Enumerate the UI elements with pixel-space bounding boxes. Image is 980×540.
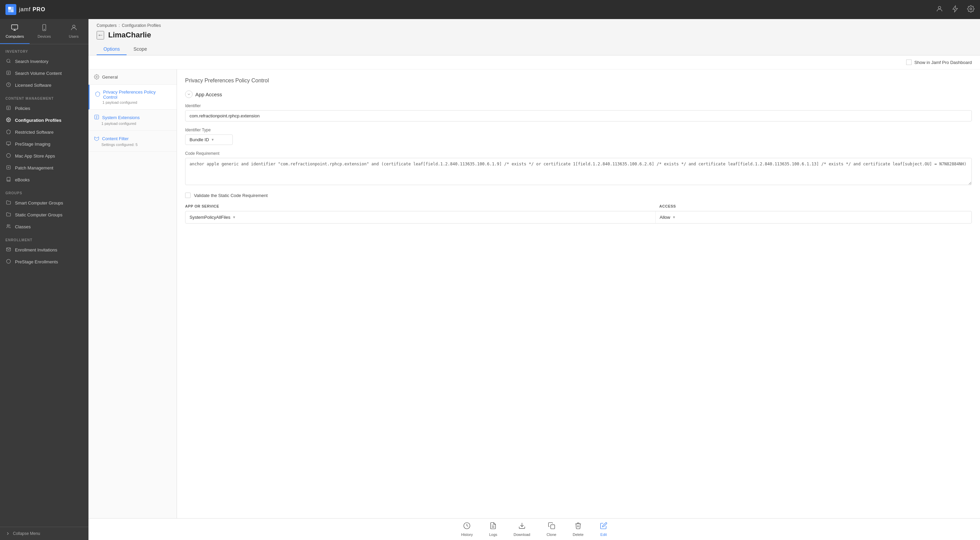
toolbar-logs[interactable]: Logs: [489, 522, 497, 537]
validate-checkbox[interactable]: [185, 193, 191, 198]
search-inventory-label: Search Inventory: [15, 59, 48, 64]
page-title: LimaCharlie: [108, 30, 151, 40]
subsection-header: App Access: [185, 91, 972, 98]
profile-content: Privacy Preferences Policy Control App A…: [177, 69, 980, 518]
bolt-icon[interactable]: [951, 5, 959, 14]
sidebar-item-policies[interactable]: Policies: [0, 102, 89, 114]
sidebar-item-classes[interactable]: Classes: [0, 221, 89, 233]
mac-app-store-icon: [5, 153, 11, 159]
sidebar-item-enrollment-invitations[interactable]: Enrollment Invitations: [0, 244, 89, 256]
enrollment-invitations-icon: [5, 247, 11, 253]
delete-icon: [574, 522, 582, 531]
sidebar-item-prestage-enrollments[interactable]: PreStage Enrollments: [0, 256, 89, 268]
patch-management-icon: [5, 165, 11, 171]
prestage-enrollments-label: PreStage Enrollments: [15, 259, 58, 264]
sidebar-tab-devices[interactable]: Devices: [30, 19, 59, 44]
code-requirement-textarea[interactable]: anchor apple generic and identifier "com…: [185, 158, 972, 185]
prestage-enrollments-icon: [5, 259, 11, 265]
identifier-input[interactable]: [185, 110, 972, 121]
sidebar-item-prestage-imaging[interactable]: PreStage Imaging: [0, 138, 89, 150]
search-volume-icon: [5, 70, 11, 76]
user-icon[interactable]: [936, 5, 943, 14]
payload-item-content-filter[interactable]: Content Filter Settings configured: 5: [89, 131, 177, 152]
table-cell-access: Allow ▼: [656, 211, 972, 223]
system-ext-icon: [94, 114, 99, 121]
app-select[interactable]: SystemPolicyAllFiles ▼: [189, 215, 651, 220]
ebooks-icon: [5, 177, 11, 183]
sidebar-item-search-inventory[interactable]: Search Inventory: [0, 56, 89, 67]
page-tabs: Options Scope: [97, 43, 972, 55]
sidebar-item-search-volume[interactable]: Search Volume Content: [0, 67, 89, 79]
sidebar-item-config-profiles[interactable]: Configuration Profiles: [0, 114, 89, 126]
sidebar-item-patch-management[interactable]: Patch Management: [0, 162, 89, 174]
classes-icon: [5, 224, 11, 230]
svg-point-8: [44, 29, 45, 30]
sidebar-item-licensed-software[interactable]: Licensed Software: [0, 79, 89, 91]
page-header: Computers : Configuration Profiles ← Lim…: [89, 19, 980, 56]
profile-section-general[interactable]: General: [89, 69, 177, 85]
classes-label: Classes: [15, 224, 30, 229]
sidebar-nav-tabs: Computers Devices Users: [0, 19, 89, 44]
code-requirement-label: Code Requirement: [185, 151, 972, 156]
access-select-arrow: ▼: [672, 215, 676, 219]
prestage-imaging-icon: [5, 141, 11, 147]
gear-icon[interactable]: [967, 5, 975, 14]
dashboard-checkbox[interactable]: [906, 59, 912, 65]
restricted-software-icon: [5, 129, 11, 135]
payload-item-privacy[interactable]: Privacy Preferences Policy Control 1 pay…: [89, 85, 177, 110]
payload-item-system-ext[interactable]: System Extensions 1 payload configured: [89, 110, 177, 131]
config-profiles-label: Configuration Profiles: [15, 118, 62, 123]
sidebar-section-inventory: INVENTORY: [0, 44, 89, 56]
sidebar-item-restricted-software[interactable]: Restricted Software: [0, 126, 89, 138]
sidebar-tab-computers[interactable]: Computers: [0, 19, 30, 44]
back-button[interactable]: ←: [97, 31, 104, 40]
app-name: jamf PRO: [19, 6, 45, 13]
users-tab-icon: [70, 24, 78, 33]
static-groups-icon: [5, 212, 11, 218]
mac-app-store-label: Mac App Store Apps: [15, 153, 55, 159]
edit-icon: [600, 522, 608, 531]
access-select[interactable]: Allow ▼: [660, 215, 967, 220]
access-value: Allow: [660, 215, 670, 220]
toolbar-download[interactable]: Download: [514, 522, 530, 537]
toolbar-clone[interactable]: Clone: [546, 522, 556, 537]
svg-rect-1: [11, 7, 14, 10]
clone-icon: [548, 522, 555, 531]
identifier-group: Identifier: [185, 104, 972, 121]
toolbar-delete[interactable]: Delete: [573, 522, 584, 537]
identifier-type-select[interactable]: Bundle ID ▼: [185, 134, 233, 145]
licensed-software-icon: [5, 82, 11, 88]
config-profiles-icon: [5, 117, 11, 123]
computers-tab-label: Computers: [5, 34, 24, 38]
sidebar-item-mac-app-store[interactable]: Mac App Store Apps: [0, 150, 89, 162]
validate-label: Validate the Static Code Requirement: [194, 193, 268, 198]
system-ext-payload-title: System Extensions: [94, 114, 171, 121]
svg-rect-2: [8, 10, 11, 12]
sidebar-section-enrollment: ENROLLMENT: [0, 233, 89, 244]
computers-tab-icon: [11, 24, 18, 33]
search-volume-label: Search Volume Content: [15, 71, 62, 76]
ebooks-label: eBooks: [15, 177, 30, 182]
tab-options[interactable]: Options: [97, 43, 127, 55]
sidebar-section-groups: GROUPS: [0, 186, 89, 197]
enrollment-invitations-label: Enrollment Invitations: [15, 247, 57, 252]
collapse-menu[interactable]: Collapse Menu: [0, 527, 89, 540]
svg-rect-26: [550, 525, 555, 529]
toolbar-edit[interactable]: Edit: [600, 522, 608, 537]
sidebar-item-smart-computer-groups[interactable]: Smart Computer Groups: [0, 197, 89, 209]
general-label: General: [102, 75, 118, 80]
clone-label: Clone: [546, 532, 556, 537]
identifier-type-label: Identifier Type: [185, 127, 972, 132]
content-filter-payload-subtitle: Settings configured: 5: [102, 143, 171, 147]
sidebar-item-ebooks[interactable]: eBooks: [0, 174, 89, 186]
bottom-toolbar: History Logs Download: [89, 518, 980, 540]
prestage-imaging-label: PreStage Imaging: [15, 142, 50, 147]
sidebar-item-static-computer-groups[interactable]: Static Computer Groups: [0, 209, 89, 221]
subsection-title: App Access: [195, 92, 222, 97]
collapse-button[interactable]: [185, 91, 192, 98]
svg-point-16: [6, 153, 11, 158]
tab-scope[interactable]: Scope: [127, 43, 154, 55]
svg-point-19: [6, 259, 11, 263]
sidebar-tab-users[interactable]: Users: [59, 19, 89, 44]
toolbar-history[interactable]: History: [461, 522, 473, 537]
